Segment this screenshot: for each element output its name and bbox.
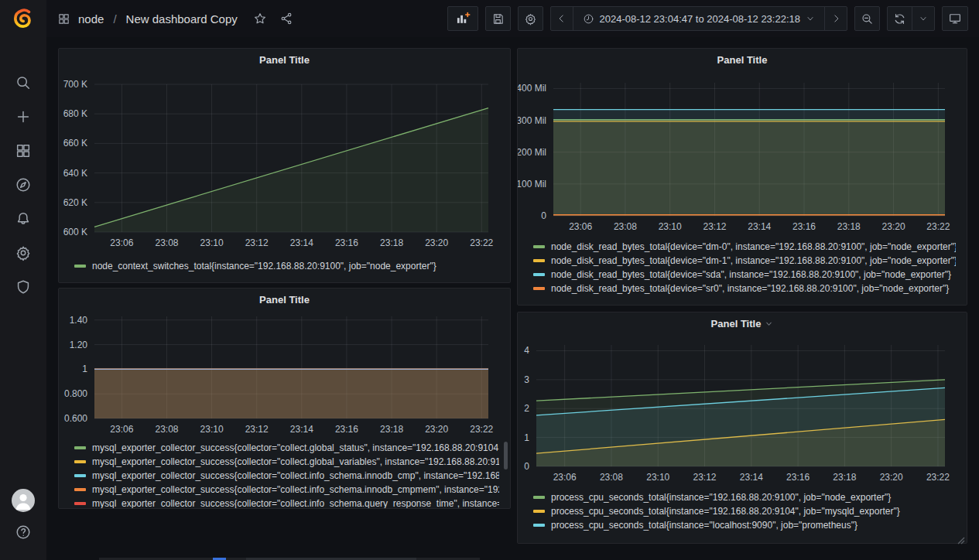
panel-title[interactable]: Panel Title <box>59 49 510 70</box>
grafana-logo[interactable] <box>12 7 35 30</box>
legend-item[interactable]: node_disk_read_bytes_total{device="dm-0"… <box>533 240 956 254</box>
share-icon[interactable] <box>279 12 293 26</box>
save-dashboard-button[interactable] <box>485 6 511 31</box>
dashboard-settings-button[interactable] <box>518 6 543 31</box>
svg-text:0.600: 0.600 <box>64 413 87 424</box>
alerting-bell-icon[interactable] <box>14 210 33 228</box>
refresh-group <box>887 6 935 31</box>
panel-resize-handle[interactable] <box>957 534 965 541</box>
legend-series-dash <box>74 502 86 505</box>
legend-series-label[interactable]: node_disk_read_bytes_total{device="dm-0"… <box>551 241 956 252</box>
help-icon[interactable] <box>14 523 33 541</box>
svg-text:23:12: 23:12 <box>703 221 726 232</box>
legend-series-dash <box>74 474 86 477</box>
legend-series-label[interactable]: node_disk_read_bytes_total{device="sr0",… <box>551 283 949 294</box>
svg-text:23:18: 23:18 <box>380 237 403 248</box>
svg-text:23:06: 23:06 <box>110 424 133 435</box>
refresh-button[interactable] <box>887 6 912 31</box>
svg-text:600 K: 600 K <box>63 227 87 237</box>
svg-text:23:16: 23:16 <box>335 424 358 435</box>
breadcrumb-separator: / <box>111 12 118 26</box>
legend-item[interactable]: node_disk_read_bytes_total{device="dm-1"… <box>533 254 956 268</box>
chart-plot-area[interactable]: 0100 Mil200 Mil300 Mil400 Mil23:0623:082… <box>518 70 967 239</box>
legend-series-dash <box>533 245 545 248</box>
panel-legend: process_cpu_seconds_total{instance="192.… <box>518 490 967 543</box>
panel-menu-caret-icon <box>765 319 773 328</box>
svg-text:23:12: 23:12 <box>693 472 717 483</box>
legend-item[interactable]: mysql_exporter_collector_success{collect… <box>74 455 499 469</box>
sidebar <box>0 0 46 560</box>
svg-text:23:12: 23:12 <box>245 424 269 435</box>
legend-scrollbar[interactable] <box>504 442 508 470</box>
cycle-view-mode-button[interactable] <box>942 6 968 31</box>
legend-series-label[interactable]: node_context_switches_total{instance="19… <box>92 261 436 271</box>
svg-text:23:18: 23:18 <box>837 221 861 232</box>
star-icon[interactable] <box>253 12 267 26</box>
legend-item[interactable]: node_disk_read_bytes_total{device="sda",… <box>533 268 956 282</box>
svg-text:23:10: 23:10 <box>200 424 224 435</box>
legend-series-label[interactable]: process_cpu_seconds_total{instance="192.… <box>551 492 891 503</box>
svg-text:23:18: 23:18 <box>380 424 403 435</box>
svg-text:23:16: 23:16 <box>786 472 810 483</box>
legend-series-label[interactable]: process_cpu_seconds_total{instance="loca… <box>551 520 857 531</box>
chart-svg: 0.6000.80011.201.4023:0623:0823:1023:122… <box>59 310 510 440</box>
legend-series-dash <box>74 460 86 463</box>
configuration-gear-icon[interactable] <box>14 244 33 262</box>
add-panel-button[interactable] <box>447 6 478 31</box>
svg-text:23:08: 23:08 <box>155 424 178 435</box>
refresh-interval-dropdown[interactable] <box>912 6 935 31</box>
legend-item[interactable]: process_cpu_seconds_total{instance="192.… <box>533 504 956 518</box>
legend-item[interactable]: process_cpu_seconds_total{instance="loca… <box>533 518 956 532</box>
svg-text:23:22: 23:22 <box>926 221 950 232</box>
legend-series-dash <box>533 259 545 262</box>
svg-text:23:18: 23:18 <box>833 472 856 483</box>
legend-series-label[interactable]: node_disk_read_bytes_total{device="dm-1"… <box>551 255 956 266</box>
panel-legend: mysql_exporter_collector_success{collect… <box>59 440 510 508</box>
legend-item[interactable]: process_cpu_seconds_total{instance="192.… <box>533 490 956 504</box>
legend-series-label[interactable]: mysql_exporter_collector_success{collect… <box>92 484 499 495</box>
svg-text:23:10: 23:10 <box>646 472 669 483</box>
legend-series-label[interactable]: mysql_exporter_collector_success{collect… <box>92 456 499 467</box>
chart-plot-area[interactable]: 0.6000.80011.201.4023:0623:0823:1023:122… <box>59 310 510 440</box>
svg-text:23:20: 23:20 <box>425 237 448 248</box>
legend-item[interactable]: mysql_exporter_collector_success{collect… <box>74 441 499 455</box>
clock-icon <box>583 13 594 25</box>
time-shift-back-button[interactable] <box>550 6 573 31</box>
explore-compass-icon[interactable] <box>14 176 33 194</box>
legend-item[interactable]: node_context_switches_total{instance="19… <box>74 259 499 273</box>
panel-title[interactable]: Panel Title <box>518 49 967 70</box>
dashboards-icon[interactable] <box>14 142 33 160</box>
time-range-text: 2024-08-12 23:04:47 to 2024-08-12 23:22:… <box>600 13 801 25</box>
legend-item[interactable]: mysql_exporter_collector_success{collect… <box>74 483 499 497</box>
user-avatar[interactable] <box>12 489 35 512</box>
time-range-button[interactable]: 2024-08-12 23:04:47 to 2024-08-12 23:22:… <box>573 6 826 31</box>
chart-plot-area[interactable]: 600 K620 K640 K660 K680 K700 K23:0623:08… <box>59 70 510 258</box>
breadcrumb-section[interactable]: node <box>78 12 104 26</box>
server-admin-shield-icon[interactable] <box>14 278 33 296</box>
svg-text:1.40: 1.40 <box>70 315 88 326</box>
svg-text:23:06: 23:06 <box>569 221 592 232</box>
legend-series-label[interactable]: mysql_exporter_collector_success{collect… <box>92 442 498 453</box>
legend-series-label[interactable]: process_cpu_seconds_total{instance="192.… <box>551 506 900 517</box>
create-plus-icon[interactable] <box>14 108 33 126</box>
panel-title-with-menu[interactable]: Panel Title <box>518 312 967 334</box>
legend-item[interactable]: mysql_exporter_collector_success{collect… <box>74 469 499 483</box>
chart-svg: 0100 Mil200 Mil300 Mil400 Mil23:0623:082… <box>518 70 967 239</box>
chart-plot-area[interactable]: 0123423:0623:0823:1023:1223:1423:1623:18… <box>518 334 967 490</box>
panel-process-cpu-seconds: Panel Title 0123423:0623:0823:1023:1223:… <box>517 312 967 544</box>
dashboard-header: node / New dashboard Copy <box>46 0 979 37</box>
legend-series-label[interactable]: mysql_exporter_collector_success{collect… <box>92 498 499 508</box>
legend-item[interactable]: mysql_exporter_collector_success{collect… <box>74 497 499 508</box>
search-icon[interactable] <box>14 73 33 92</box>
time-shift-forward-button[interactable] <box>824 6 847 31</box>
svg-text:23:12: 23:12 <box>245 237 269 248</box>
breadcrumb-title[interactable]: New dashboard Copy <box>126 12 238 26</box>
panel-title[interactable]: Panel Title <box>59 289 510 310</box>
legend-series-dash <box>533 496 545 499</box>
zoom-out-button[interactable] <box>854 6 880 31</box>
svg-text:4: 4 <box>524 345 529 356</box>
legend-item[interactable]: node_disk_read_bytes_total{device="sr0",… <box>533 282 956 295</box>
legend-series-label[interactable]: node_disk_read_bytes_total{device="sda",… <box>551 269 951 280</box>
svg-text:300 Mil: 300 Mil <box>518 115 546 126</box>
legend-series-label[interactable]: mysql_exporter_collector_success{collect… <box>92 470 499 481</box>
